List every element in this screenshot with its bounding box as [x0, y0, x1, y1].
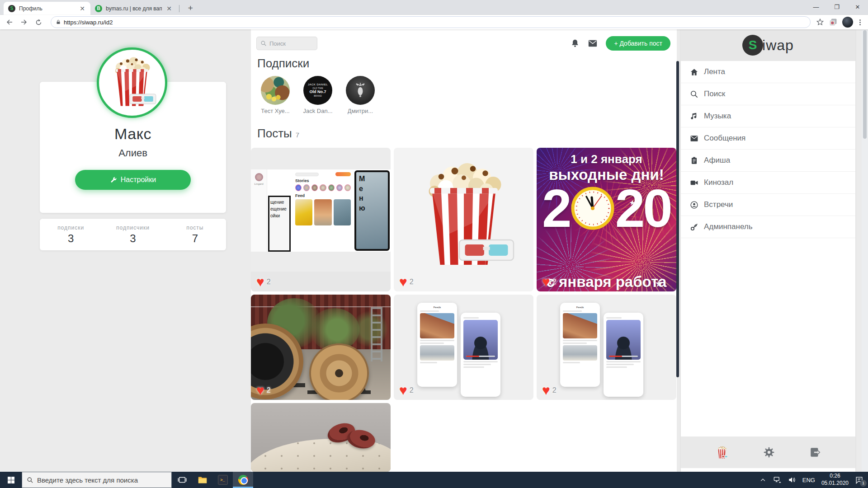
taskbar-clock[interactable]: 0:26 05.01.2020 [821, 473, 849, 487]
siwap-favicon: S [8, 5, 15, 12]
close-button[interactable]: ✕ [847, 0, 868, 14]
post-tile-sofa[interactable] [251, 403, 391, 472]
envelope-icon [690, 134, 698, 143]
like-count: 2 [267, 386, 271, 394]
popcorn-profile-icon[interactable] [715, 445, 729, 460]
siwap-logo[interactable]: S iwap [681, 29, 855, 61]
address-bar[interactable]: https://siwap.ru/id2 [51, 16, 811, 28]
post-tile-popcorn[interactable]: ♥ 2 [394, 148, 533, 291]
terminal-button[interactable]: >_ [212, 472, 233, 488]
feed-scrollbar-thumb[interactable] [676, 61, 679, 377]
post-tile-collage[interactable]: Lingard щение ещение ойки Stories Feed [251, 148, 391, 291]
network-icon[interactable] [773, 475, 782, 484]
like-control[interactable]: ♥ 2 [542, 275, 557, 289]
gear-icon[interactable] [763, 446, 775, 458]
minimize-button[interactable]: — [806, 0, 826, 14]
tab-close-icon[interactable]: ✕ [165, 5, 173, 12]
start-button[interactable] [0, 472, 22, 488]
browser-scrollbar-thumb[interactable] [863, 30, 867, 139]
post-tile-phones[interactable]: Feeds ♥ 2 [537, 295, 676, 400]
add-post-button[interactable]: + Добавить пост [606, 36, 670, 51]
subscription-avatar [261, 76, 290, 105]
clock-date: 05.01.2020 [821, 480, 849, 487]
stat-value: 7 [192, 232, 198, 245]
like-control[interactable]: ♥ 2 [399, 384, 414, 397]
subscription-item[interactable]: Тест Хуе... [257, 76, 293, 114]
stat-label: посты [186, 225, 203, 231]
tab-title: Профиль [19, 5, 75, 12]
new-tab-button[interactable]: ＋ [185, 2, 196, 13]
reload-icon[interactable] [33, 16, 44, 28]
taskbar-search[interactable] [22, 472, 172, 488]
restore-button[interactable]: ❐ [826, 0, 847, 14]
language-indicator[interactable]: ENG [802, 477, 815, 483]
stat-subscriptions[interactable]: подписки 3 [40, 219, 102, 250]
bookmark-star-icon[interactable] [816, 18, 824, 26]
tray-chevron-icon[interactable] [760, 477, 766, 483]
heart-icon[interactable]: ♥ [542, 275, 550, 289]
tab-close-icon[interactable]: ✕ [79, 5, 86, 12]
forward-icon[interactable] [18, 16, 30, 28]
subscriptions-row: Тест Хуе... JACK DANIEL OLD TIME Old No.… [257, 76, 378, 114]
stat-subscribers[interactable]: подписчики 3 [102, 219, 164, 250]
post-image: Lingard щение ещение ойки Stories Feed [251, 169, 391, 252]
video-camera-icon [690, 178, 698, 187]
action-center-button[interactable]: 1 [855, 476, 863, 484]
tab-bymas[interactable]: B bymas.ru | все для вап мастера ✕ [90, 2, 177, 15]
sidebar-item-music[interactable]: Музыка [681, 105, 855, 127]
post-tile-phones[interactable]: Feeds ♥ 2 [394, 295, 533, 400]
heart-icon[interactable]: ♥ [399, 275, 407, 289]
like-control[interactable]: ♥ 2 [542, 384, 557, 397]
profile-avatar[interactable] [97, 47, 167, 118]
phone-mockup: Feeds [560, 303, 600, 387]
heart-icon[interactable]: ♥ [256, 275, 264, 289]
sidebar-item-feed[interactable]: Лента [681, 61, 855, 83]
wrench-icon [110, 176, 117, 183]
settings-button[interactable]: Настройки [75, 170, 191, 190]
sidebar-item-adminpanel[interactable]: Админпанель [681, 216, 855, 238]
sidebar-item-meetings[interactable]: Встречи [681, 194, 855, 216]
people-icon [690, 201, 698, 209]
subscription-name: Jack Dan... [303, 108, 332, 114]
feed-header: + Добавить пост [256, 35, 670, 52]
back-icon[interactable] [4, 16, 15, 28]
post-tile-newyear[interactable]: ★ ★ ★ 1 и 2 января выходные дни! 2 [537, 148, 676, 291]
sidebar-item-cinema[interactable]: Кинозал [681, 172, 855, 194]
heart-icon[interactable]: ♥ [256, 384, 264, 397]
heart-icon[interactable]: ♥ [399, 384, 407, 397]
deer-image [350, 80, 370, 100]
browser-profile-avatar[interactable] [842, 17, 853, 28]
post-tile-yard[interactable]: ♥ 2 [251, 295, 391, 400]
feed-search[interactable] [256, 37, 317, 50]
sidebar-item-messages[interactable]: Сообщения [681, 127, 855, 150]
like-control[interactable]: ♥ 2 [256, 384, 271, 397]
stat-posts[interactable]: посты 7 [164, 219, 226, 250]
posts-title: Посты7 [257, 127, 299, 141]
stat-label: подписки [57, 225, 84, 231]
extension-cards-icon[interactable] [829, 18, 838, 27]
subscription-item[interactable]: Дмитри... [342, 76, 378, 114]
like-control[interactable]: ♥ 2 [399, 275, 414, 289]
browser-scrollbar[interactable] [862, 29, 868, 472]
volume-icon[interactable] [788, 476, 796, 484]
subscription-name: Тест Хуе... [261, 108, 289, 114]
taskbar-search-input[interactable] [37, 476, 155, 484]
browser-menu-icon[interactable] [858, 19, 863, 25]
tab-separator [179, 5, 179, 12]
logout-icon[interactable] [809, 446, 821, 458]
messages-mail-icon[interactable] [588, 38, 598, 48]
file-explorer-button[interactable] [192, 472, 212, 488]
search-input[interactable] [269, 40, 310, 47]
browser-tabstrip: S Профиль ✕ B bymas.ru | все для вап мас… [0, 0, 868, 15]
heart-icon[interactable]: ♥ [542, 384, 550, 397]
tab-profile[interactable]: S Профиль ✕ [4, 2, 90, 15]
taskbar: >_ ENG 0:26 05.01.2020 1 [0, 472, 868, 488]
sidebar-item-search[interactable]: Поиск [681, 83, 855, 105]
task-view-button[interactable] [172, 472, 192, 488]
sidebar-menu: Лента Поиск Музыка Сообщения Афиша [681, 61, 855, 238]
subscription-item[interactable]: JACK DANIEL OLD TIME Old No.7 BRAND Jack… [300, 76, 336, 114]
chrome-button[interactable] [233, 472, 253, 488]
notifications-bell-icon[interactable] [571, 39, 580, 48]
sidebar-item-afisha[interactable]: Афиша [681, 150, 855, 172]
like-control[interactable]: ♥ 2 [256, 275, 271, 289]
